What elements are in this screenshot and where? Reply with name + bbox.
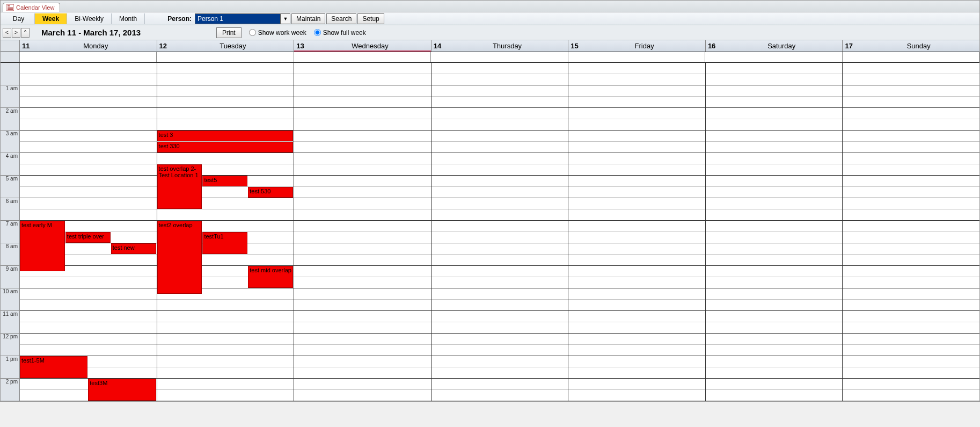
timeslot[interactable] (157, 63, 294, 74)
timeslot[interactable] (157, 334, 294, 345)
day-column-saturday[interactable] (706, 63, 843, 401)
timeslot[interactable] (568, 209, 705, 221)
day-header-monday[interactable]: 11Monday (20, 40, 157, 52)
timeslot[interactable] (568, 255, 705, 266)
radio-full-week[interactable] (314, 29, 321, 36)
allday-cell[interactable] (294, 52, 431, 62)
timeslot[interactable] (843, 119, 979, 131)
timeslot[interactable] (706, 97, 843, 108)
timeslot[interactable] (706, 322, 843, 334)
timeslot[interactable] (157, 85, 294, 97)
timeslot[interactable] (20, 74, 157, 85)
timeslot[interactable] (568, 266, 705, 277)
timeslot[interactable] (294, 221, 431, 232)
timeslot[interactable] (706, 232, 843, 243)
timeslot[interactable] (294, 97, 431, 108)
timeslot[interactable] (706, 255, 843, 266)
timeslot[interactable] (568, 311, 705, 322)
timeslot[interactable] (568, 243, 705, 255)
event[interactable]: testTu1 (202, 232, 247, 254)
timeslot[interactable] (20, 176, 157, 187)
timeslot[interactable] (843, 108, 979, 119)
timeslot[interactable] (843, 209, 979, 221)
timeslot[interactable] (432, 85, 568, 97)
day-header-friday[interactable]: 15Friday (568, 40, 706, 52)
timeslot[interactable] (568, 379, 705, 390)
timeslot[interactable] (843, 266, 979, 277)
timeslot[interactable] (294, 85, 431, 97)
timeslot[interactable] (706, 142, 843, 153)
timeslot[interactable] (843, 367, 979, 379)
event[interactable]: test5 (202, 176, 247, 186)
timeslot[interactable] (432, 119, 568, 131)
timeslot[interactable] (432, 266, 568, 277)
timeslot[interactable] (843, 345, 979, 356)
timeslot[interactable] (20, 153, 157, 164)
timeslot[interactable] (843, 187, 979, 198)
up-button[interactable]: ^ (21, 28, 30, 38)
event[interactable]: test triple over (65, 232, 111, 243)
timeslot[interactable] (20, 334, 157, 345)
timeslot[interactable] (20, 108, 157, 119)
timeslot[interactable] (843, 176, 979, 187)
timeslot[interactable] (432, 63, 568, 74)
person-select[interactable]: Person 1 ▼ (195, 13, 290, 24)
timeslot[interactable] (706, 367, 843, 379)
timeslot[interactable] (843, 232, 979, 243)
timeslot[interactable] (843, 356, 979, 367)
timeslot[interactable] (157, 153, 294, 164)
timeslot[interactable] (20, 85, 157, 97)
timeslot[interactable] (843, 142, 979, 153)
event[interactable]: test3M (88, 379, 156, 401)
timeslot[interactable] (157, 74, 294, 85)
timeslot[interactable] (568, 187, 705, 198)
timeslot[interactable] (843, 153, 979, 164)
timeslot[interactable] (843, 97, 979, 108)
day-column-sunday[interactable] (843, 63, 979, 401)
timeslot[interactable] (568, 221, 705, 232)
timeslot[interactable] (294, 74, 431, 85)
timeslot[interactable] (568, 74, 705, 85)
timeslot[interactable] (294, 255, 431, 266)
day-header-thursday[interactable]: 14Thursday (432, 40, 569, 52)
timeslot[interactable] (294, 334, 431, 345)
timeslot[interactable] (432, 356, 568, 367)
event[interactable]: test 330 (157, 142, 294, 153)
timeslot[interactable] (20, 322, 157, 334)
timeslot[interactable] (294, 176, 431, 187)
timeslot[interactable] (843, 334, 979, 345)
timeslot[interactable] (157, 119, 294, 131)
timeslot[interactable] (294, 232, 431, 243)
timeslot[interactable] (294, 356, 431, 367)
timeslot[interactable] (432, 322, 568, 334)
person-value[interactable]: Person 1 (195, 13, 281, 24)
day-header-tuesday[interactable]: 12Tuesday (157, 40, 295, 52)
event[interactable]: test early M (20, 221, 65, 271)
setup-button[interactable]: Setup (357, 13, 384, 24)
timeslot[interactable] (706, 209, 843, 221)
timeslot[interactable] (706, 153, 843, 164)
event[interactable]: test 3 (157, 131, 294, 141)
timeslot[interactable] (568, 97, 705, 108)
day-column-wednesday[interactable] (294, 63, 432, 401)
tab-calendar-view[interactable]: Calendar View (3, 3, 60, 12)
day-column-tuesday[interactable]: test 3test 330test overlap 2- Test Locat… (157, 63, 295, 401)
timeslot[interactable] (20, 119, 157, 131)
timeslot[interactable] (706, 277, 843, 288)
timeslot[interactable] (706, 198, 843, 209)
view-month[interactable]: Month (112, 13, 145, 24)
timeslot[interactable] (568, 232, 705, 243)
timeslot[interactable] (20, 187, 157, 198)
timeslot[interactable] (568, 85, 705, 97)
timeslot[interactable] (432, 198, 568, 209)
timeslot[interactable] (706, 176, 843, 187)
timeslot[interactable] (20, 63, 157, 74)
timeslot[interactable] (157, 356, 294, 367)
timeslot[interactable] (294, 164, 431, 176)
timeslot[interactable] (568, 119, 705, 131)
timeslot[interactable] (20, 164, 157, 176)
timeslot[interactable] (568, 356, 705, 367)
timeslot[interactable] (157, 209, 294, 221)
timeslot[interactable] (568, 63, 705, 74)
timeslot[interactable] (20, 97, 157, 108)
